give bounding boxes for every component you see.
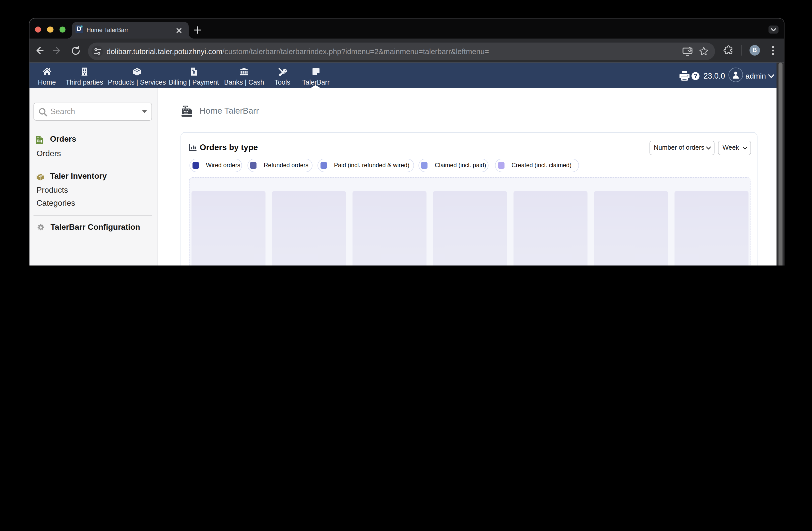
svg-text:$: $	[193, 70, 195, 75]
